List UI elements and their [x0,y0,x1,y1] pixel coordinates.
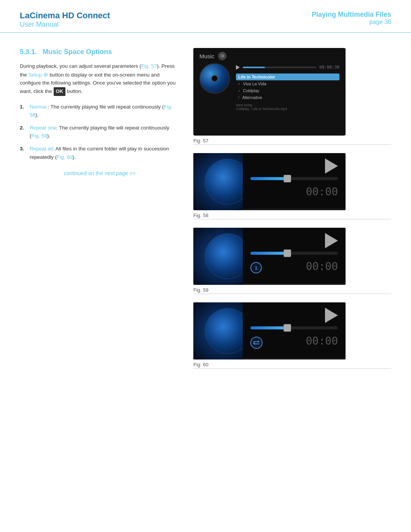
figure-57-block: Music ⚙ 00: [193,48,391,151]
pb-right-59: 1 00:00 [243,228,346,285]
pb-bottom-bar-60 [243,358,346,359]
playback-screen-58: 00:00 [193,153,346,210]
list-num-2: 2. [20,124,27,140]
pb-slider-fill-58 [250,177,285,180]
pb-slider-58 [250,177,338,183]
pb-slider-thumb-58 [284,175,291,182]
track-2: ♪ Coldplay [236,87,339,94]
pb-left-60 [193,302,243,359]
fig-57-label: Fig. 57 [193,138,391,144]
music-header: Music ⚙ [199,52,339,60]
genre-tag: / [238,96,239,100]
fig-59-label: Fig. 59 [193,287,391,293]
header-left: LaCinema HD Connect User Manual [20,11,110,29]
music-body: 00:00:30 Life in Technicolor ♪ Viva La V… [199,63,339,111]
pb-slider-59 [250,252,338,258]
list-item-2-content: Repeat one: The currently playing file w… [30,124,180,140]
pb-slider-60 [250,326,338,332]
section-title: Playing Multimedia Files [312,11,391,19]
figure-57: Music ⚙ 00: [193,48,346,136]
playback-screen-60: 00:00 [193,302,346,359]
section-title-text: Music Space Options [43,48,112,56]
fig-58-label: Fig. 58 [193,212,391,218]
next-song: Next Song Coldplay - Life in Technicolor… [236,103,339,111]
list-num-1: 1. [20,103,27,119]
intro-text-4: button. [65,88,83,94]
pb-slider-track-58 [250,177,338,180]
page-number: page 36 [312,19,391,26]
figure-60: 00:00 [193,302,346,359]
track-active-name: Life in Technicolor [238,75,275,79]
right-column: Music ⚙ 00: [193,48,391,377]
next-song-detail: Coldplay - Life in Technicolor.mp3 [236,107,287,111]
pb-slider-fill-59 [250,252,285,255]
figure-60-block: 00:00 Fig. 60 [193,302,391,375]
pb-circle-59 [205,233,243,279]
fig-57-divider [193,144,391,145]
fig-60-divider [193,368,391,369]
repeat-one-badge: 1 [250,262,262,273]
gear-icon: ⚙ [218,52,226,60]
brand-title: LaCinema HD Connect [20,11,110,21]
options-list: 1. Normal : The currently playing file w… [20,103,180,161]
pb-play-icon-58 [325,158,338,174]
pb-play-icon-60 [325,308,338,323]
figure-59-block: 1 00:00 Fig. 59 [193,228,391,300]
fig-60-label: Fig. 60 [193,362,391,367]
album-art [199,63,230,94]
pb-circle-58 [205,159,243,204]
track-2-name: Coldplay [243,88,260,93]
repeat-all-icon [253,339,260,347]
section-num: 5.3.1. [20,48,37,56]
repeat-all-badge [250,337,263,349]
setup-gear-icon: ⚙ [43,70,48,79]
track-list: Life in Technicolor ♪ Viva La Vida ♪ Col… [236,73,339,101]
continued-link[interactable]: continued on the next page >> [20,170,180,176]
pb-left-58 [193,153,243,210]
normal-label: Normal [30,104,46,110]
figure-58: 00:00 [193,153,346,210]
pb-bottom-bar-59 [243,283,346,285]
fig59-link[interactable]: Fig. 59 [32,133,47,139]
intro-text-1: During playback, you can adjust several … [20,63,141,69]
setup-link[interactable]: Setup [29,72,42,78]
figure-59: 1 00:00 [193,228,346,285]
music-title: Music [199,53,214,59]
pb-time-60: 00:00 [250,335,338,347]
intro-paragraph: During playback, you can adjust several … [20,62,180,96]
next-song-label: Next Song [236,103,252,107]
album-inner-circle [211,75,218,82]
time-display: 00:00:30 [319,65,339,70]
pb-time-58: 00:00 [250,185,338,198]
music-screen: Music ⚙ 00: [193,48,346,136]
list-item-1-content: Normal : The currently playing file will… [30,103,180,119]
pb-slider-thumb-59 [284,249,291,257]
progress-area: 00:00:30 [236,65,339,70]
brand-subtitle: User Manual [20,21,110,29]
figure-58-block: 00:00 Fig. 58 [193,153,391,225]
progress-bar [243,67,316,68]
pb-time-59: 00:00 [250,260,338,273]
pb-right-60: 00:00 [243,302,346,359]
playback-screen-59: 1 00:00 [193,228,346,285]
pb-slider-thumb-60 [284,324,291,332]
repeat-one-label: Repeat one [30,125,56,131]
pb-slider-track-60 [250,326,338,329]
music-note-icon-1: ♪ [238,82,240,86]
pb-right-58: 00:00 [243,153,346,210]
left-column: 5.3.1. Music Space Options During playba… [20,48,180,377]
track-1: ♪ Viva La Vida [236,80,339,87]
track-3: / Alternative [236,94,339,101]
list-item-1-text: : The currently playing file will repeat… [46,104,164,110]
fig57-link[interactable]: Fig. 57 [141,63,157,69]
fig-59-divider [193,294,391,294]
fig60-link[interactable]: Fig. 60 [57,154,72,160]
repeat-all-label: Repeat all [30,146,53,152]
pb-slider-fill-60 [250,326,285,329]
list-item-normal: 1. Normal : The currently playing file w… [20,103,180,119]
pb-left-59 [193,228,243,285]
track-active: Life in Technicolor [236,73,339,80]
page-header: LaCinema HD Connect User Manual Playing … [0,0,411,33]
music-info: 00:00:30 Life in Technicolor ♪ Viva La V… [236,63,339,111]
section-heading: 5.3.1. Music Space Options [20,48,180,56]
